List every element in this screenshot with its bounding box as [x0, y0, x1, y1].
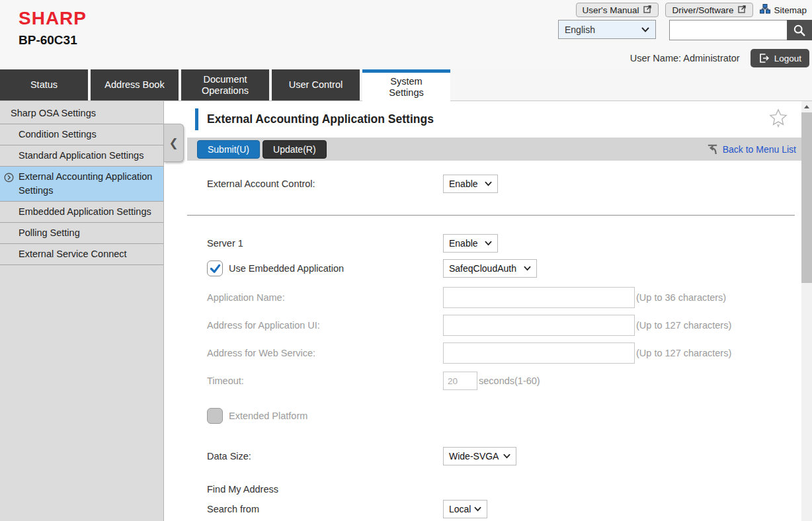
- checkmark-icon: [210, 264, 221, 274]
- sidebar-item-sharp-osa-settings[interactable]: Sharp OSA Settings: [0, 103, 163, 124]
- embedded-application-select[interactable]: SafeqCloudAuth: [443, 259, 537, 278]
- main-tabbar: Status Address Book Document Operations …: [0, 69, 812, 101]
- address-application-ui-label: Address for Application UI:: [207, 320, 443, 331]
- language-selected-value: English: [565, 24, 595, 35]
- server1-label: Server 1: [207, 238, 443, 249]
- address-web-service-label: Address for Web Service:: [207, 348, 443, 358]
- row-timeout: Timeout: seconds(1-60): [187, 372, 801, 390]
- row-find-my-address: Find My Address: [187, 483, 801, 496]
- search-from-value: Local: [449, 504, 471, 514]
- embedded-application-value: SafeqCloudAuth: [449, 263, 516, 274]
- sidebar-item-external-service-connect[interactable]: External Service Connect: [0, 244, 163, 265]
- vertical-scrollbar: [801, 101, 812, 521]
- tab-system-settings[interactable]: System Settings: [362, 69, 450, 101]
- users-manual-button[interactable]: User's Manual: [576, 3, 659, 17]
- timeout-label: Timeout:: [207, 376, 443, 386]
- back-to-menu-label: Back to Menu List: [723, 144, 796, 155]
- address-application-ui-input[interactable]: [443, 315, 635, 336]
- scrollbar-up-button[interactable]: [801, 101, 812, 112]
- data-size-value: Wide-SVGA: [449, 451, 499, 461]
- chevron-down-icon: [524, 266, 531, 271]
- server1-select[interactable]: Enable: [443, 234, 498, 253]
- application-name-hint: (Up to 36 characters): [636, 292, 726, 303]
- favorite-star-icon[interactable]: [768, 108, 788, 132]
- chevron-down-icon: [485, 241, 492, 246]
- logout-icon: [758, 53, 769, 63]
- body-row: Sharp OSA Settings Condition Settings St…: [0, 101, 812, 521]
- row-address-application-ui: Address for Application UI: (Up to 127 c…: [187, 315, 801, 336]
- search-box: [669, 20, 812, 40]
- sitemap-icon: [760, 4, 770, 16]
- search-input[interactable]: [669, 20, 787, 40]
- tab-document-operations[interactable]: Document Operations: [181, 69, 269, 100]
- address-web-service-input[interactable]: [443, 342, 635, 364]
- scrollbar-thumb[interactable]: [801, 112, 812, 283]
- logout-button[interactable]: Logout: [751, 49, 809, 67]
- search-from-label: Search from: [207, 504, 443, 514]
- sharp-logo: SHARP: [19, 8, 87, 29]
- settings-form: External Account Control: Enable Server …: [187, 175, 801, 518]
- data-size-label: Data Size:: [207, 451, 443, 461]
- address-web-service-hint: (Up to 127 characters): [636, 348, 731, 358]
- use-embedded-application-group: Use Embedded Application: [207, 260, 443, 276]
- logout-label: Logout: [774, 54, 801, 63]
- tab-address-book[interactable]: Address Book: [91, 69, 179, 100]
- timeout-input[interactable]: [443, 372, 477, 390]
- sidebar-item-external-accounting-application-settings[interactable]: External Accounting Application Settings: [0, 167, 163, 202]
- sitemap-label: Sitemap: [774, 5, 807, 15]
- driver-software-button[interactable]: Driver/Software: [665, 3, 753, 17]
- chevron-down-icon: [485, 181, 492, 186]
- row-extended-platform: Extended Platform: [187, 407, 801, 424]
- sidebar-item-polling-setting[interactable]: Polling Setting: [0, 223, 163, 244]
- tab-user-control[interactable]: User Control: [272, 69, 360, 100]
- external-link-icon: [643, 5, 652, 15]
- user-name-label: User Name: Administrator: [630, 53, 740, 63]
- search-from-select[interactable]: Local: [443, 500, 487, 518]
- title-band: External Accounting Application Settings: [187, 101, 801, 138]
- application-name-input[interactable]: [443, 287, 635, 308]
- sidebar-collapse-handle[interactable]: ❮: [164, 124, 184, 162]
- sidebar-item-standard-application-settings[interactable]: Standard Application Settings: [0, 145, 163, 167]
- device-model: BP-60C31: [19, 33, 77, 48]
- external-account-control-select[interactable]: Enable: [443, 175, 498, 193]
- tab-status[interactable]: Status: [0, 69, 88, 100]
- extended-platform-label: Extended Platform: [229, 411, 307, 421]
- back-to-menu-link[interactable]: Back to Menu List: [706, 143, 796, 155]
- magnifier-icon: [793, 24, 806, 37]
- find-my-address-label: Find My Address: [207, 484, 443, 495]
- use-embedded-application-checkbox[interactable]: [207, 260, 223, 276]
- row-external-account-control: External Account Control: Enable: [187, 175, 801, 193]
- chevron-down-icon: [474, 506, 481, 512]
- search-button[interactable]: [787, 20, 812, 40]
- data-size-select[interactable]: Wide-SVGA: [443, 447, 516, 465]
- curved-up-arrow-icon: [706, 143, 719, 155]
- extended-platform-group: Extended Platform: [207, 408, 443, 424]
- users-manual-label: User's Manual: [583, 5, 639, 15]
- submit-button[interactable]: Submit(U): [197, 140, 260, 159]
- circle-chevron-right-icon: [4, 173, 14, 186]
- sidebar-item-condition-settings[interactable]: Condition Settings: [0, 124, 163, 145]
- application-name-label: Application Name:: [207, 292, 443, 303]
- address-application-ui-hint: (Up to 127 characters): [636, 320, 731, 331]
- update-button[interactable]: Update(R): [263, 140, 327, 159]
- external-account-control-value: Enable: [449, 179, 478, 189]
- language-select[interactable]: English: [558, 20, 656, 39]
- row-application-name: Application Name: (Up to 36 characters): [187, 287, 801, 308]
- external-link-icon: [738, 5, 747, 15]
- sidebar-item-embedded-application-settings[interactable]: Embedded Application Settings: [0, 202, 163, 223]
- row-address-web-service: Address for Web Service: (Up to 127 char…: [187, 342, 801, 364]
- chevron-left-icon: ❮: [169, 136, 178, 150]
- sidebar-item-label: External Accounting Application Settings: [19, 171, 152, 196]
- row-use-embedded-application: Use Embedded Application SafeqCloudAuth: [187, 259, 801, 278]
- header-user-row: User Name: Administrator Logout: [630, 49, 809, 67]
- section-divider: [187, 215, 795, 216]
- row-server1: Server 1 Enable: [187, 234, 801, 253]
- sitemap-link[interactable]: Sitemap: [760, 4, 807, 16]
- row-data-size: Data Size: Wide-SVGA: [187, 447, 801, 465]
- use-embedded-application-label: Use Embedded Application: [229, 263, 344, 274]
- extended-platform-checkbox: [207, 408, 223, 424]
- timeout-hint: seconds(1-60): [479, 376, 540, 386]
- scroll-up-arrow-icon: [804, 105, 809, 108]
- page-title: External Accounting Application Settings: [207, 112, 434, 126]
- action-toolbar: Submit(U) Update(R) Back to Menu List: [187, 138, 801, 161]
